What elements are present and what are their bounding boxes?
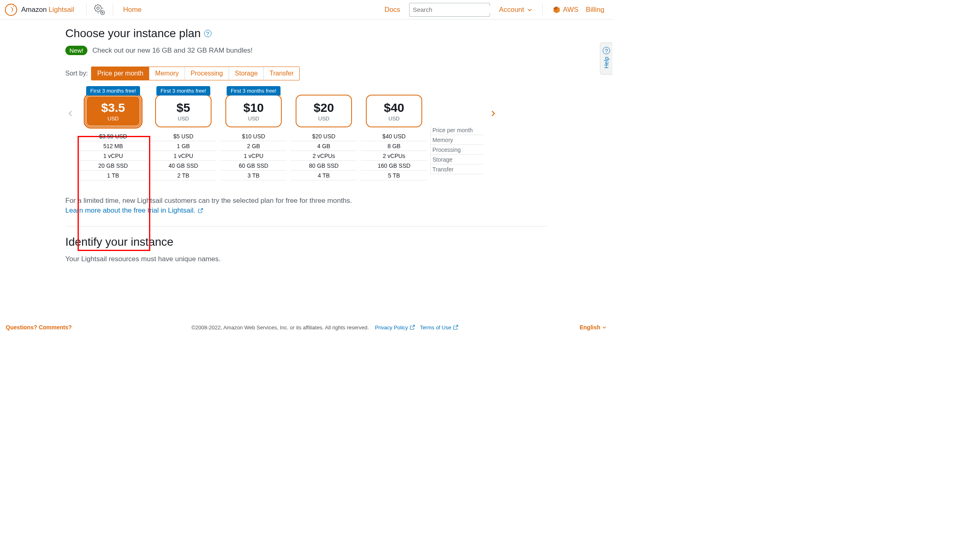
spec-price: $10 USD [220, 131, 287, 141]
spec-cpu: 2 vCPUs [361, 151, 427, 161]
spec-price: $3.50 USD [80, 131, 146, 141]
brand-text: Amazon Lightsail [21, 6, 74, 14]
price-box[interactable]: $10 USD [225, 95, 282, 127]
page-footer: Questions? Comments? ©2008-2022, Amazon … [0, 321, 612, 333]
label-transfer: Transfer [430, 164, 483, 174]
new-banner: New! Check out our new 16 GB and 32 GB R… [65, 46, 547, 55]
divider [113, 4, 113, 16]
brand-logo[interactable]: Amazon Lightsail [5, 4, 80, 16]
scroll-right-icon[interactable] [488, 108, 498, 119]
search-input[interactable] [413, 6, 490, 13]
settings-gear-icon[interactable] [92, 2, 107, 17]
plan-card-2[interactable]: First 3 months free! $10 USD $10 USD 2 G… [220, 86, 287, 180]
sort-tabs: Price per month Memory Processing Storag… [91, 67, 300, 80]
external-link-icon [453, 324, 459, 330]
spec-price: $20 USD [291, 131, 357, 141]
lightsail-icon [5, 4, 17, 16]
title-help-icon[interactable]: ? [204, 30, 212, 37]
docs-link[interactable]: Docs [384, 6, 400, 14]
page-title: Choose your instance plan ? [65, 27, 547, 40]
language-selector[interactable]: English [579, 324, 607, 331]
spec-transfer: 2 TB [150, 171, 216, 180]
spec-storage: 40 GB SSD [150, 161, 216, 171]
plan-card-3[interactable]: First 3 months free! $20 USD $20 USD 4 G… [291, 86, 357, 180]
spec-price: $5 USD [150, 131, 216, 141]
scroll-left-icon[interactable] [65, 108, 76, 119]
plan-list: First 3 months free! $3.5 USD $3.50 USD … [65, 86, 547, 180]
spec-price: $40 USD [361, 131, 427, 141]
new-badge: New! [65, 46, 87, 55]
help-side-tab[interactable]: ? Help [600, 42, 612, 75]
spec-cpu: 1 vCPU [150, 151, 216, 161]
account-menu[interactable]: Account [499, 6, 532, 14]
plan-card-0[interactable]: First 3 months free! $3.5 USD $3.50 USD … [80, 86, 146, 180]
sort-tab-transfer[interactable]: Transfer [264, 67, 299, 80]
plan-card-4[interactable]: First 3 months free! $40 USD $40 USD 8 G… [361, 86, 427, 180]
divider [86, 4, 87, 16]
spec-memory: 2 GB [220, 141, 287, 151]
price-box[interactable]: $5 USD [155, 95, 212, 127]
svg-point-3 [102, 12, 103, 13]
spec-storage: 80 GB SSD [291, 161, 357, 171]
promo-text: For a limited time, new Lightsail custom… [65, 197, 547, 205]
spec-cpu: 2 vCPUs [291, 151, 357, 161]
sort-tab-processing[interactable]: Processing [185, 67, 229, 80]
plan-card-1[interactable]: First 3 months free! $5 USD $5 USD 1 GB … [150, 86, 216, 180]
footer-legal: ©2008-2022, Amazon Web Services, Inc. or… [72, 324, 580, 331]
spec-storage: 160 GB SSD [361, 161, 427, 171]
external-link-icon [410, 324, 415, 330]
spec-memory: 1 GB [150, 141, 216, 151]
sort-tab-memory[interactable]: Memory [149, 67, 185, 80]
label-processing: Processing [430, 145, 483, 155]
sort-label: Sort by: [65, 70, 88, 77]
aws-link[interactable]: AWS [552, 6, 579, 14]
spec-storage: 20 GB SSD [80, 161, 146, 171]
price-box[interactable]: $40 USD [366, 95, 422, 127]
section-divider [65, 226, 547, 227]
spec-cpu: 1 vCPU [220, 151, 287, 161]
label-memory: Memory [430, 135, 483, 145]
sort-row: Sort by: Price per month Memory Processi… [65, 67, 547, 80]
banner-text: Check out our new 16 GB and 32 GB RAM bu… [92, 47, 252, 55]
spec-cpu: 1 vCPU [80, 151, 146, 161]
privacy-link[interactable]: Privacy Policy [375, 324, 415, 331]
spec-memory: 512 MB [80, 141, 146, 151]
spec-memory: 4 GB [291, 141, 357, 151]
free-badge: First 3 months free! [156, 86, 210, 95]
label-price: Price per month [430, 125, 483, 135]
chevron-down-icon [527, 7, 532, 13]
help-icon: ? [603, 47, 610, 54]
chevron-down-icon [602, 325, 607, 330]
learn-more-link[interactable]: Learn more about the free trial in Light… [65, 207, 203, 215]
free-badge: First 3 months free! [86, 86, 140, 95]
spec-storage: 60 GB SSD [220, 161, 287, 171]
questions-link[interactable]: Questions? Comments? [6, 324, 72, 331]
price-box[interactable]: $20 USD [296, 95, 352, 127]
spec-transfer: 5 TB [361, 171, 427, 180]
identify-heading: Identify your instance [65, 235, 547, 249]
search-box[interactable] [409, 3, 490, 17]
sort-tab-storage[interactable]: Storage [229, 67, 264, 80]
cube-icon [552, 6, 561, 14]
home-link[interactable]: Home [123, 6, 141, 14]
price-box[interactable]: $3.5 USD [85, 95, 141, 127]
billing-link[interactable]: Billing [586, 6, 604, 14]
svg-point-2 [100, 11, 105, 15]
free-badge: First 3 months free! [227, 86, 281, 95]
top-header: Amazon Lightsail Home Docs Account AWS B… [0, 0, 612, 20]
spec-transfer: 4 TB [291, 171, 357, 180]
spec-transfer: 1 TB [80, 171, 146, 180]
terms-link[interactable]: Terms of Use [420, 324, 458, 331]
external-link-icon [198, 208, 203, 213]
label-storage: Storage [430, 155, 483, 164]
sort-tab-price[interactable]: Price per month [91, 67, 149, 80]
spec-transfer: 3 TB [220, 171, 287, 180]
spec-label-column: Price per month Memory Processing Storag… [430, 125, 483, 174]
svg-point-1 [97, 7, 99, 9]
divider [542, 4, 543, 16]
identify-subtext: Your Lightsail resources must have uniqu… [65, 255, 547, 263]
main-content: Choose your instance plan ? New! Check o… [57, 27, 555, 263]
spec-memory: 8 GB [361, 141, 427, 151]
